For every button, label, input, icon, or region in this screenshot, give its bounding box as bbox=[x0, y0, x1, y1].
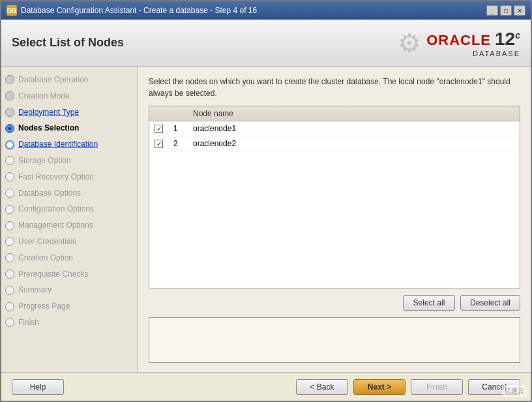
sidebar-item-configuration-options: Configuration Options bbox=[1, 201, 138, 217]
step-circle-prerequisite-checks bbox=[5, 270, 14, 279]
sidebar-item-prerequisite-checks: Prerequisite Checks bbox=[1, 266, 138, 283]
main-content: Database Operation Creation Mode Deploym… bbox=[1, 67, 531, 372]
col-header-node-name: Node name bbox=[188, 106, 520, 121]
window-controls: _ □ ✕ bbox=[486, 5, 525, 16]
step-circle-configuration-options bbox=[5, 205, 14, 214]
sidebar-label-progress-page: Progress Page bbox=[18, 301, 70, 312]
step-circle-progress-page bbox=[5, 302, 14, 311]
sidebar-item-creation-option: Creation Option bbox=[1, 250, 138, 266]
sidebar-label-configuration-options: Configuration Options bbox=[18, 204, 94, 215]
sidebar-label-fast-recovery-option: Fast Recovery Option bbox=[18, 172, 94, 183]
next-button[interactable]: Next > bbox=[353, 379, 406, 395]
gear-icon: ⚙ bbox=[398, 28, 421, 58]
sidebar-item-database-identification[interactable]: Database Identification bbox=[1, 136, 138, 153]
sidebar-item-management-options: Management Options bbox=[1, 217, 138, 234]
sidebar-label-user-credentials: User Credentials bbox=[18, 236, 76, 247]
step-circle-summary bbox=[5, 286, 14, 295]
col-header-num bbox=[168, 106, 188, 121]
step-circle-database-identification bbox=[5, 140, 14, 149]
sidebar: Database Operation Creation Mode Deploym… bbox=[1, 67, 138, 372]
sidebar-label-prerequisite-checks: Prerequisite Checks bbox=[18, 269, 88, 280]
step-circle-nodes-selection: ● bbox=[5, 124, 14, 133]
back-button[interactable]: < Back bbox=[296, 379, 348, 395]
footer: Help < Back Next > Finish Cancel bbox=[1, 372, 531, 401]
node-2-checkbox[interactable] bbox=[155, 140, 163, 148]
page-title: Select List of Nodes bbox=[12, 36, 124, 50]
oracle-version-text: 12c bbox=[495, 29, 520, 50]
info-box bbox=[149, 317, 520, 363]
sidebar-item-fast-recovery-option: Fast Recovery Option bbox=[1, 169, 138, 185]
step-circle-fast-recovery-option bbox=[5, 172, 14, 181]
step-circle-deployment-type bbox=[5, 108, 14, 117]
node-2-num: 2 bbox=[168, 136, 188, 151]
footer-right: < Back Next > Finish Cancel bbox=[296, 379, 520, 395]
finish-button[interactable]: Finish bbox=[411, 379, 463, 395]
node-2-name: oraclenode2 bbox=[188, 136, 520, 151]
col-header-check bbox=[149, 106, 168, 121]
minimize-button[interactable]: _ bbox=[486, 5, 498, 16]
oracle-product-text: DATABASE bbox=[473, 50, 520, 57]
app-icon: DB bbox=[7, 5, 17, 16]
checkbox-cell-2[interactable] bbox=[149, 136, 168, 151]
oracle-text: ORACLE 12c DATABASE bbox=[426, 29, 520, 57]
sidebar-label-database-options: Database Options bbox=[18, 188, 81, 199]
header-bar: Select List of Nodes ⚙ ORACLE 12c DATABA… bbox=[1, 20, 531, 67]
step-circle-storage-option bbox=[5, 156, 14, 165]
step-circle-creation-option bbox=[5, 253, 14, 262]
step-circle-creation-mode bbox=[5, 91, 14, 100]
help-button[interactable]: Help bbox=[12, 379, 64, 395]
step-circle-finish bbox=[5, 318, 14, 327]
sidebar-label-database-operation: Database Operation bbox=[18, 74, 88, 85]
deselect-all-button[interactable]: Deselect all bbox=[460, 295, 520, 311]
step-circle-database-options bbox=[5, 189, 14, 198]
nodes-table-container: Node name 1 oraclenode1 bbox=[149, 106, 520, 288]
main-window: DB Database Configuration Assistant - Cr… bbox=[0, 0, 532, 402]
instruction-text: Select the nodes on which you want to cr… bbox=[149, 76, 520, 99]
footer-left: Help bbox=[12, 379, 64, 395]
watermark: 亿速云 bbox=[502, 385, 527, 397]
checkbox-cell-1[interactable] bbox=[149, 121, 168, 136]
sidebar-item-nodes-selection: ● Nodes Selection bbox=[1, 120, 138, 136]
sidebar-label-finish: Finish bbox=[18, 317, 39, 328]
sidebar-label-database-identification: Database Identification bbox=[18, 139, 98, 150]
nodes-table: Node name 1 oraclenode1 bbox=[149, 106, 520, 151]
table-row: 1 oraclenode1 bbox=[149, 121, 520, 136]
sidebar-item-user-credentials: User Credentials bbox=[1, 234, 138, 250]
sidebar-label-creation-option: Creation Option bbox=[18, 253, 73, 264]
sidebar-label-summary: Summary bbox=[18, 285, 52, 296]
sidebar-item-database-options: Database Options bbox=[1, 185, 138, 202]
titlebar-left: DB Database Configuration Assistant - Cr… bbox=[7, 5, 257, 16]
node-1-num: 1 bbox=[168, 121, 188, 136]
step-circle-user-credentials bbox=[5, 237, 14, 246]
sidebar-label-deployment-type: Deployment Type bbox=[18, 107, 79, 118]
window-title: Database Configuration Assistant - Creat… bbox=[21, 6, 257, 15]
close-button[interactable]: ✕ bbox=[514, 5, 525, 16]
step-circle-management-options bbox=[5, 221, 14, 230]
select-all-button[interactable]: Select all bbox=[403, 295, 455, 311]
table-row: 2 oraclenode2 bbox=[149, 136, 520, 151]
sidebar-item-summary: Summary bbox=[1, 282, 138, 298]
table-action-buttons: Select all Deselect all bbox=[149, 295, 520, 311]
sidebar-label-creation-mode: Creation Mode bbox=[18, 91, 70, 102]
maximize-button[interactable]: □ bbox=[500, 5, 512, 16]
content-panel: Select the nodes on which you want to cr… bbox=[138, 67, 531, 372]
sidebar-label-management-options: Management Options bbox=[18, 220, 93, 231]
oracle-brand-text: ORACLE bbox=[426, 32, 491, 49]
step-circle-database-operation bbox=[5, 75, 14, 84]
sidebar-item-creation-mode: Creation Mode bbox=[1, 88, 138, 104]
node-1-name: oraclenode1 bbox=[188, 121, 520, 136]
sidebar-item-database-operation: Database Operation bbox=[1, 72, 138, 88]
oracle-logo: ⚙ ORACLE 12c DATABASE bbox=[398, 28, 520, 58]
sidebar-label-storage-option: Storage Option bbox=[18, 155, 71, 166]
sidebar-item-progress-page: Progress Page bbox=[1, 298, 138, 315]
titlebar: DB Database Configuration Assistant - Cr… bbox=[1, 1, 531, 20]
sidebar-item-deployment-type[interactable]: Deployment Type bbox=[1, 104, 138, 121]
node-1-checkbox[interactable] bbox=[155, 125, 163, 133]
sidebar-label-nodes-selection: Nodes Selection bbox=[18, 123, 79, 134]
sidebar-item-finish: Finish bbox=[1, 315, 138, 331]
sidebar-item-storage-option: Storage Option bbox=[1, 153, 138, 169]
